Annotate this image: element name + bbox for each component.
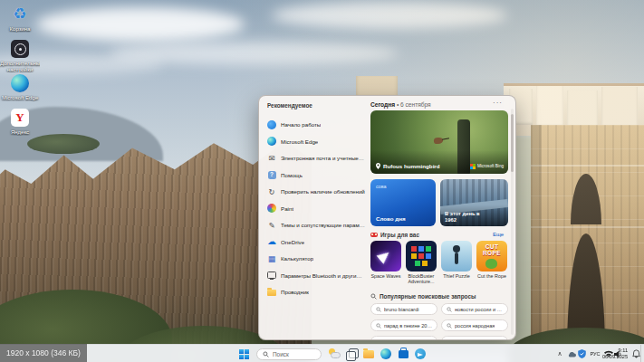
- popular-searches-header: Популярные поисковые запросы: [370, 293, 476, 300]
- game-card-cut-the-rope[interactable]: CUTROPE Cut the Rope: [476, 241, 507, 279]
- desktop-icon-label: Microsoft Edge: [0, 95, 40, 101]
- caption-gradient: [370, 150, 508, 174]
- game-thumbnail: [406, 241, 437, 272]
- calculator-icon: ▦: [268, 254, 276, 263]
- search-chip[interactable]: новости россии и м...: [441, 303, 508, 315]
- recommended-item-onedrive[interactable]: ☁ OneDrive: [267, 235, 365, 249]
- scrollbar-thumb[interactable]: [511, 114, 514, 172]
- store-button[interactable]: [397, 348, 409, 360]
- gamepad-icon: [370, 233, 378, 237]
- search-icon: [447, 307, 452, 312]
- start-button[interactable]: [237, 348, 250, 360]
- search-chip[interactable]: погода на неделю: [441, 336, 508, 340]
- search-chip[interactable]: новости дня сегодня: [370, 336, 437, 340]
- get-started-icon: [267, 120, 276, 129]
- recycle-bin-icon: ♻: [13, 5, 26, 24]
- search-icon: [447, 339, 452, 341]
- language-indicator[interactable]: РУС: [588, 348, 602, 360]
- game-card-space-waves[interactable]: Space Waves: [370, 241, 401, 279]
- more-options-icon[interactable]: ···: [493, 99, 503, 107]
- game-card-thief-puzzle[interactable]: Thief Puzzle: [441, 241, 472, 279]
- screen: ♻ Корзина Дополнительные настройки Micro…: [0, 0, 644, 362]
- search-chip[interactable]: bruno biancardi: [370, 303, 437, 315]
- widgets-button[interactable]: [328, 348, 341, 360]
- resolution-badge: 1920 x 1080 (346 КБ): [0, 344, 87, 362]
- desktop-icon-edge[interactable]: Microsoft Edge: [0, 73, 40, 101]
- recommended-item-mail-accounts[interactable]: ✉ Электронная почта и учетные записи: [267, 151, 365, 165]
- word-of-day-label: Слово дня: [376, 215, 406, 222]
- recommended-header: Рекомендуемое: [267, 102, 312, 109]
- show-desktop-button[interactable]: [640, 345, 644, 362]
- daily-image-card[interactable]: Rufous hummingbird Microsoft Bing: [370, 110, 508, 174]
- onedrive-icon: ☁: [267, 237, 276, 246]
- tray-clock[interactable]: 9:11 06.09.2025: [602, 348, 628, 359]
- recommended-item-get-started[interactable]: Начало работы: [267, 118, 365, 131]
- today-header: Сегодня • 6 сентября: [370, 101, 431, 108]
- recommended-item-help[interactable]: ? Помощь: [267, 168, 365, 182]
- search-icon: [447, 323, 452, 329]
- search-icon: [376, 307, 381, 312]
- edge-icon: [267, 137, 276, 146]
- bell-icon: [632, 349, 640, 358]
- desktop-icon-label: Яндекс: [0, 129, 40, 136]
- games-more-link[interactable]: Еще: [493, 232, 504, 237]
- tray-chevron[interactable]: ∧: [555, 348, 564, 360]
- hero-caption: Rufous hummingbird: [376, 163, 440, 169]
- pencil-icon: ✎: [268, 221, 274, 230]
- yandex-icon: Y: [11, 109, 29, 127]
- microsoft-logo-icon: [470, 164, 476, 169]
- help-icon: ?: [268, 171, 276, 179]
- shield-icon: [578, 349, 586, 358]
- search-icon: [263, 351, 269, 357]
- recommended-item-edge[interactable]: Microsoft Edge: [267, 135, 365, 148]
- desktop-icon-label: Корзина: [0, 26, 40, 33]
- taskbar: Поиск ∧ РУС 9:11: [0, 344, 644, 362]
- recommended-item-calculator[interactable]: ▦ Калькулятор: [267, 252, 365, 265]
- update-icon: ↻: [268, 187, 274, 196]
- edge-button[interactable]: [380, 348, 392, 360]
- folder-icon: [363, 350, 374, 358]
- task-view-button[interactable]: [345, 348, 358, 360]
- game-thumbnail: [370, 241, 401, 272]
- app-icon: [11, 40, 29, 58]
- cloud-icon: [567, 351, 576, 357]
- desktop-icon-label: Дополнительные настройки: [0, 61, 40, 72]
- taskbar-search-box[interactable]: Поиск: [256, 348, 322, 360]
- weather-icon: [328, 348, 341, 360]
- search-icon: [370, 293, 377, 300]
- telegram-button[interactable]: [414, 348, 427, 360]
- word-of-day-word: сова: [376, 184, 387, 189]
- task-view-icon: [345, 348, 358, 360]
- hummingbird-beak: [442, 138, 449, 140]
- mail-icon: ✉: [268, 154, 274, 163]
- file-explorer-button[interactable]: [362, 348, 375, 360]
- tray-date: 06.09.2025: [602, 354, 628, 360]
- folder-icon: [267, 290, 276, 297]
- search-panel: Рекомендуемое Начало работы Microsoft Ed…: [258, 95, 516, 340]
- recommended-item-themes[interactable]: ✎ Темы и сопутствующие параметры: [267, 218, 365, 232]
- panel-scrollbar[interactable]: [511, 109, 514, 335]
- windows-logo-icon: [239, 349, 249, 359]
- recommended-item-paint[interactable]: Paint: [267, 202, 365, 215]
- tray-onedrive[interactable]: [566, 348, 576, 360]
- edge-icon: [11, 74, 29, 92]
- desktop-icon-recycle-bin[interactable]: ♻ Корзина: [0, 5, 40, 33]
- recommended-item-bluetooth[interactable]: Параметры Bluetooth и другие пара...: [267, 269, 365, 282]
- today-date: • 6 сентября: [397, 101, 431, 108]
- tray-defender[interactable]: [577, 348, 587, 360]
- on-this-day-card[interactable]: В этот день в 1962: [440, 179, 508, 226]
- recommended-item-explorer[interactable]: Проводник: [267, 285, 365, 299]
- chevron-up-icon: ∧: [557, 350, 562, 357]
- desktop-icon-app[interactable]: Дополнительные настройки: [0, 39, 40, 72]
- search-chip[interactable]: парад в пекине 2025: [370, 319, 437, 331]
- on-this-day-label: В этот день в 1962: [445, 211, 492, 223]
- store-icon: [399, 350, 409, 358]
- game-card-blockbuster[interactable]: BlockBuster Adventure...: [406, 241, 437, 284]
- desktop-icon-yandex[interactable]: Y Яндекс: [0, 108, 40, 136]
- recommended-item-check-updates[interactable]: ↻ Проверить наличие обновлений: [267, 185, 365, 198]
- telegram-icon: [415, 348, 426, 359]
- games-header: Игры для вас: [370, 232, 419, 238]
- search-chip[interactable]: россия народная: [441, 319, 508, 331]
- paint-icon: [267, 204, 276, 213]
- word-of-day-card[interactable]: сова Слово дня: [370, 179, 436, 226]
